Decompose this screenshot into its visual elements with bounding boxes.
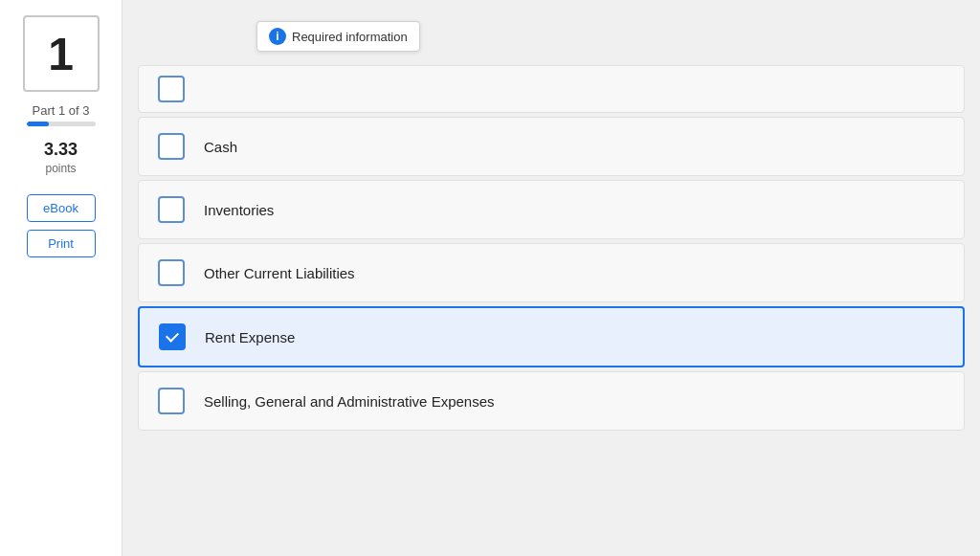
question-number: 1 <box>48 28 74 80</box>
points-label: points <box>45 162 76 175</box>
ebook-button[interactable]: eBook <box>27 194 96 222</box>
required-info-text: Required information <box>292 30 408 44</box>
checkbox-selling-general[interactable] <box>158 388 185 414</box>
option-label-selling-general: Selling, General and Administrative Expe… <box>204 393 495 410</box>
main-content: i Required information Cash Inventories … <box>122 0 980 556</box>
partial-option-row <box>138 65 965 113</box>
question-number-box: 1 <box>23 15 100 92</box>
option-label-inventories: Inventories <box>204 202 274 218</box>
part-label: Part 1 of 3 <box>33 103 90 118</box>
option-row-selling-general[interactable]: Selling, General and Administrative Expe… <box>138 371 965 431</box>
print-button[interactable]: Print <box>27 230 96 257</box>
progress-fill <box>27 122 50 126</box>
checkbox-rent-expense[interactable] <box>159 323 186 350</box>
checkbox-other-current-liabilities[interactable] <box>158 259 185 286</box>
progress-bar <box>27 122 96 126</box>
info-icon: i <box>269 28 286 45</box>
option-row-cash[interactable]: Cash <box>138 117 965 176</box>
checkbox-inventories[interactable] <box>158 196 185 223</box>
checkbox-partial[interactable] <box>158 76 185 102</box>
options-container: Cash Inventories Other Current Liabiliti… <box>122 65 980 431</box>
required-info-badge: i Required information <box>256 21 420 52</box>
option-label-rent-expense: Rent Expense <box>205 329 295 345</box>
sidebar: 1 Part 1 of 3 3.33 points eBook Print <box>0 0 122 556</box>
points-value: 3.33 <box>44 140 78 160</box>
option-label-cash: Cash <box>204 139 237 155</box>
option-label-other-current-liabilities: Other Current Liabilities <box>204 265 355 281</box>
option-row-rent-expense[interactable]: Rent Expense <box>138 306 965 367</box>
checkbox-cash[interactable] <box>158 133 185 160</box>
option-row-other-current-liabilities[interactable]: Other Current Liabilities <box>138 243 965 302</box>
option-row-inventories[interactable]: Inventories <box>138 180 965 239</box>
